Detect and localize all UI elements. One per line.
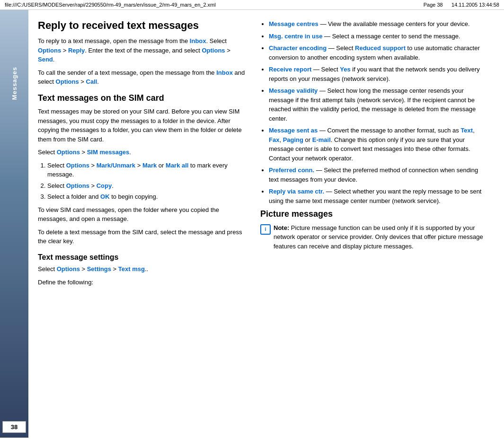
left-column: Reply to received text messages To reply… <box>38 19 246 428</box>
link-text-msg: Text msg <box>118 265 145 273</box>
page-label: Page 38 <box>424 2 443 8</box>
note-icon: i <box>260 224 271 235</box>
link-options-mark: Options <box>66 162 89 169</box>
section-reply-title: Reply to received text messages <box>38 19 246 32</box>
content-area: Reply to received text messages To reply… <box>28 10 504 438</box>
link-options-sim: Options <box>57 149 80 156</box>
link-options-1: Options <box>38 47 61 54</box>
link-options-copy: Options <box>66 182 89 189</box>
text-comma-1: , <box>473 127 475 134</box>
label-receive-report: Receive report <box>269 66 311 73</box>
label-fax: Fax <box>269 136 279 143</box>
section-settings-p1: Select Options > Settings > Text msg.. <box>38 264 246 274</box>
text-receive-report: — Select <box>311 66 340 73</box>
filepath: file:///C:/USERS/MODEServer/rapi/2290550… <box>5 2 216 8</box>
section-sim-p4: To delete a text message from the SIM ca… <box>38 228 246 246</box>
link-options-2: Options <box>202 47 225 54</box>
sim-step-1: Select Options > Mark/Unmark > Mark or M… <box>47 161 246 179</box>
note-body: Picture message function can be used onl… <box>274 224 483 250</box>
section-sim-p1: Text messages may be stored on your SIM … <box>38 107 246 144</box>
section-sim: Text messages on the SIM card Text messa… <box>38 93 246 246</box>
list-item-msg-validity: Message validity — Select how long the m… <box>269 86 487 123</box>
sim-step-3: Select a folder and OK to begin copying. <box>47 192 246 202</box>
list-item-receive-report: Receive report — Select Yes if you want … <box>269 65 487 83</box>
picture-messages-title: Picture messages <box>260 209 487 220</box>
list-item-msg-centre-use: Msg. centre in use — Select a message ce… <box>269 32 487 41</box>
list-item-reply-same-ctr: Reply via same ctr. — Select whether you… <box>269 187 487 205</box>
settings-list: Message centres — View the available mes… <box>269 19 487 205</box>
link-send: Send <box>38 56 53 63</box>
timestamp: 14.11.2005 13:44:58 <box>451 2 499 8</box>
note-text: Note: Picture message function can be us… <box>274 223 487 251</box>
note-bold: Note: <box>274 224 289 231</box>
text-comma-2: , <box>279 136 283 143</box>
link-inbox-2: Inbox <box>216 69 233 76</box>
link-options-settings: Options <box>57 265 80 273</box>
label-text: Text <box>460 127 473 134</box>
link-markall: Mark all <box>166 162 188 169</box>
list-item-msg-centres: Message centres — View the available mes… <box>269 19 487 29</box>
label-msg-centre-use: Msg. centre in use <box>269 33 322 40</box>
right-column: Message centres — View the available mes… <box>260 19 487 428</box>
section-settings: Text message settings Select Options > S… <box>38 253 246 287</box>
text-msg-centre-use: — Select a message center to send the me… <box>322 33 460 40</box>
section-sim-p3: To view SIM card messages, open the fold… <box>38 205 246 224</box>
text-msg-sent-as: — Convert the message to another format,… <box>318 127 460 134</box>
list-item-msg-sent-as: Message sent as — Convert the message to… <box>269 126 487 163</box>
label-reply-same-ctr: Reply via same ctr. <box>269 188 324 195</box>
link-markunmark: Mark/Unmark <box>97 162 135 169</box>
section-reply: Reply to received text messages To reply… <box>38 19 246 87</box>
sim-step-2: Select Options > Copy. <box>47 181 246 191</box>
text-msg-centres: — View the available message centers for… <box>318 20 470 27</box>
section-reply-p2: To call the sender of a text message, op… <box>38 68 246 87</box>
sidebar: Messages 38 <box>0 10 28 438</box>
link-ok: OK <box>100 193 110 200</box>
link-copy: Copy <box>97 182 112 189</box>
sim-steps-list: Select Options > Mark/Unmark > Mark or M… <box>47 161 246 202</box>
list-item-pref-conn: Preferred conn. — Select the preferred m… <box>269 166 487 184</box>
label-msg-validity: Message validity <box>269 87 318 94</box>
note-box: i Note: Picture message function can be … <box>260 223 487 255</box>
section-settings-p2: Define the following: <box>38 278 246 287</box>
link-inbox-1: Inbox <box>190 37 206 44</box>
link-sim-messages: SIM messages <box>87 149 130 156</box>
label-email: E-mail <box>312 136 331 143</box>
top-bar: file:///C:/USERS/MODEServer/rapi/2290550… <box>0 0 504 10</box>
section-picture: Picture messages i Note: Picture message… <box>260 209 487 255</box>
text-or: or <box>303 136 312 143</box>
section-settings-title: Text message settings <box>38 253 246 262</box>
section-sim-title: Text messages on the SIM card <box>38 93 246 104</box>
label-paging: Paging <box>283 136 303 143</box>
section-sim-p2: Select Options > SIM messages. <box>38 148 246 157</box>
label-yes: Yes <box>340 66 350 73</box>
label-pref-conn: Preferred conn. <box>269 167 314 174</box>
link-settings: Settings <box>87 265 111 273</box>
label-reduced-support: Reduced support <box>355 44 406 52</box>
sidebar-label: Messages <box>11 67 18 100</box>
label-char-encoding: Character encoding <box>269 44 327 52</box>
page-wrapper: Messages 38 Reply to received text messa… <box>0 10 504 438</box>
label-msg-centres: Message centres <box>269 20 318 27</box>
link-mark: Mark <box>142 162 157 169</box>
page-number: 38 <box>2 421 26 433</box>
section-reply-p1: To reply to a text message, open the mes… <box>38 36 246 64</box>
page-info: Page 38 14.11.2005 13:44:58 <box>424 2 499 8</box>
list-item-char-encoding: Character encoding — Select Reduced supp… <box>269 44 487 62</box>
link-call: Call <box>86 78 97 85</box>
text-char-encoding: — Select <box>327 44 355 52</box>
link-options-3: Options <box>56 78 79 85</box>
link-reply: Reply <box>68 47 85 54</box>
label-msg-sent-as: Message sent as <box>269 127 318 134</box>
